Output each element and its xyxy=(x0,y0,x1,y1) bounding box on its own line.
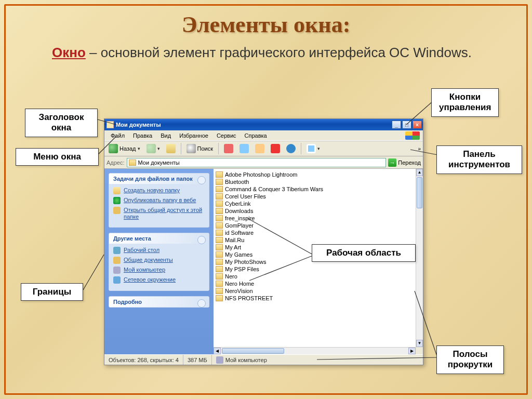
minimize-button[interactable]: _ xyxy=(392,121,401,129)
folder-icon xyxy=(216,201,223,207)
forward-button[interactable]: ▾ xyxy=(144,143,162,154)
maximize-button[interactable]: □ xyxy=(402,121,411,129)
status-location-label: Мой компьютер xyxy=(225,357,267,363)
task-new-folder[interactable]: Создать новую папку xyxy=(113,187,205,194)
desktop-icon xyxy=(113,247,121,254)
undo-button[interactable] xyxy=(284,143,298,154)
callout-controls: Кнопки управления xyxy=(431,88,499,117)
tasks-panel: Задачи для файлов и папок Создать новую … xyxy=(109,173,209,228)
menu-help[interactable]: Справка xyxy=(241,131,271,140)
search-button[interactable]: Поиск xyxy=(184,143,215,154)
address-value: Мои документы xyxy=(138,159,180,166)
folder-item[interactable]: Downloads xyxy=(214,207,416,215)
menu-tools[interactable]: Сервис xyxy=(212,131,241,140)
vertical-scrollbar[interactable]: ▲ ▼ xyxy=(416,169,423,347)
folder-label: id Software xyxy=(225,230,254,236)
menu-view[interactable]: Вид xyxy=(156,131,175,140)
place-label: Общие документы xyxy=(124,257,173,263)
definition-text: – основной элемент графического интерфей… xyxy=(86,45,472,60)
folder-item[interactable]: CyberLink xyxy=(214,200,416,207)
folder-icon xyxy=(216,215,223,221)
back-button[interactable]: Назад▾ xyxy=(107,143,142,154)
folder-item[interactable]: Corel User Files xyxy=(214,193,416,200)
scroll-left-button[interactable]: ◀ xyxy=(214,348,221,354)
definition-keyword: Окно xyxy=(52,45,86,60)
folder-icon xyxy=(216,244,223,250)
toolbar-overflow[interactable]: » xyxy=(418,146,421,152)
folder-icon xyxy=(107,121,114,128)
scroll-thumb[interactable] xyxy=(417,177,422,208)
windows-flag-icon xyxy=(405,131,420,140)
folder-item[interactable]: Command & Conquer 3 Tiberium Wars xyxy=(214,185,416,193)
menu-file[interactable]: Файл xyxy=(107,131,129,140)
cut-button[interactable] xyxy=(222,143,235,154)
folder-item[interactable]: id Software xyxy=(214,229,416,236)
place-desktop[interactable]: Рабочий стол xyxy=(113,247,205,254)
close-button[interactable]: × xyxy=(413,121,422,129)
address-field[interactable]: Мои документы xyxy=(127,158,387,167)
scroll-up-button[interactable]: ▲ xyxy=(416,169,423,176)
menu-edit[interactable]: Правка xyxy=(129,131,156,140)
scroll-thumb[interactable] xyxy=(222,348,284,354)
horizontal-scrollbar[interactable]: ◀ ▶ xyxy=(214,347,416,354)
folder-item[interactable]: Bluetooth xyxy=(214,178,416,185)
copy-button[interactable] xyxy=(237,143,251,154)
folder-item[interactable]: Nero xyxy=(214,273,416,280)
task-publish[interactable]: Опубликовать папку в вебе xyxy=(113,197,205,204)
details-panel: Подробно xyxy=(109,296,209,308)
callout-scrollbars: Полосы прокрутки xyxy=(436,345,504,374)
folder-item[interactable]: GomPlayer xyxy=(214,222,416,229)
back-icon xyxy=(109,144,118,153)
folder-item[interactable]: Mail.Ru xyxy=(214,236,416,244)
folder-item[interactable]: free_inspire xyxy=(214,215,416,222)
folder-icon xyxy=(216,222,223,229)
folder-icon xyxy=(216,186,223,192)
views-icon xyxy=(307,144,316,153)
place-network[interactable]: Сетевое окружение xyxy=(113,276,205,284)
titlebar[interactable]: Мои документы _ □ × xyxy=(104,119,423,130)
up-button[interactable] xyxy=(164,143,178,154)
status-size: 387 МБ xyxy=(183,355,212,365)
places-panel: Другие места Рабочий стол Общие документ… xyxy=(109,233,209,291)
folder-item[interactable]: My PSP Files xyxy=(214,265,416,273)
folder-label: My PhotoShows xyxy=(225,259,266,265)
explorer-window: Мои документы _ □ × Файл Правка Вид Избр… xyxy=(104,118,423,365)
details-panel-header[interactable]: Подробно xyxy=(109,297,209,307)
folder-icon xyxy=(216,281,223,287)
places-panel-header[interactable]: Другие места xyxy=(109,233,209,244)
menu-favorites[interactable]: Избранное xyxy=(175,131,212,140)
scroll-right-button[interactable]: ▶ xyxy=(408,348,416,354)
task-share[interactable]: Открыть общий доступ к этой папке xyxy=(113,207,205,220)
place-label: Рабочий стол xyxy=(124,247,159,254)
cut-icon xyxy=(224,144,233,153)
views-button[interactable]: ▾ xyxy=(304,143,322,154)
scroll-down-button[interactable]: ▼ xyxy=(416,340,423,347)
forward-icon xyxy=(147,144,156,153)
folder-label: Corel User Files xyxy=(225,193,266,200)
toolbar: Назад▾ ▾ Поиск ▾ » xyxy=(104,141,423,156)
folder-icon xyxy=(216,208,223,214)
folder-item[interactable]: NeroVision xyxy=(214,287,416,295)
folder-item[interactable]: Adobe Photoshop Lightroom xyxy=(214,171,416,178)
callout-workarea: Рабочая область xyxy=(312,244,416,262)
go-button[interactable]: → Переход xyxy=(388,158,421,167)
sidebar: Задачи для файлов и папок Создать новую … xyxy=(104,169,214,354)
computer-icon xyxy=(113,267,121,274)
place-shared[interactable]: Общие документы xyxy=(113,257,205,264)
tasks-panel-header[interactable]: Задачи для файлов и папок xyxy=(109,174,209,184)
callout-toolbar: Панель инструментов xyxy=(436,145,522,174)
address-bar: Адрес: Мои документы → Переход xyxy=(104,156,423,169)
go-icon: → xyxy=(388,158,396,167)
network-icon xyxy=(113,276,121,284)
paste-button[interactable] xyxy=(253,143,267,154)
back-label: Назад xyxy=(119,145,136,152)
callout-borders: Границы xyxy=(21,283,83,301)
share-icon xyxy=(113,207,121,214)
delete-button[interactable] xyxy=(269,143,282,154)
place-mycomputer[interactable]: Мой компьютер xyxy=(113,267,205,274)
task-label: Опубликовать папку в вебе xyxy=(124,197,196,204)
folder-item[interactable]: Nero Home xyxy=(214,280,416,287)
place-label: Мой компьютер xyxy=(124,267,165,273)
folder-icon xyxy=(129,159,136,166)
folder-item[interactable]: NFS PROSTREET xyxy=(214,295,416,302)
